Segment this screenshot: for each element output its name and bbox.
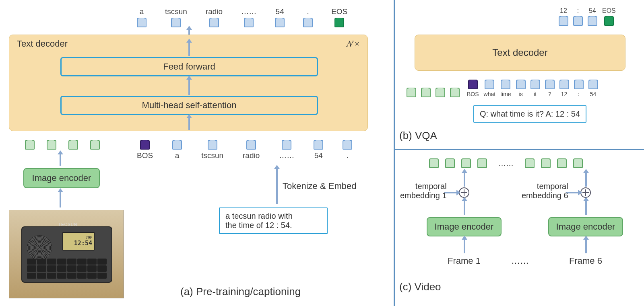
out-tok-label: : (577, 7, 579, 14)
out-tok-label: . (307, 7, 309, 16)
output-tokens-row-b: 12 : 54 EOS (559, 7, 616, 26)
arrow-icon (464, 172, 465, 187)
image-token-icon (407, 88, 416, 97)
radio-image: TECSUN 79F 12:54 (9, 210, 124, 298)
out-tok-label: EOS (602, 7, 616, 14)
horizontal-divider (394, 149, 644, 150)
out-tok-label: …… (241, 7, 256, 16)
bos-token-icon (140, 140, 150, 150)
image-token-icon (557, 158, 567, 168)
input-tokens-row-a: BOS a tscsun radio …… 54 . (137, 140, 352, 160)
token-icon (244, 18, 254, 27)
radio-brand: TECSUN (58, 222, 77, 227)
image-token-icon (573, 158, 583, 168)
frame-ellipsis: …… (511, 256, 529, 266)
tokenize-embed-label: Tokenize & Embed (283, 181, 356, 191)
image-token-icon (525, 158, 535, 168)
token-icon (246, 140, 256, 150)
bos-token-icon (468, 80, 478, 89)
text-decoder-box-b: Text decoder (415, 35, 625, 71)
frame-6-label: Frame 6 (569, 256, 602, 266)
arrow-icon (60, 191, 61, 207)
out-tok-label: tscsun (165, 7, 187, 16)
token-icon (343, 140, 352, 150)
decoder-repeat-label: 𝑁 × (346, 39, 360, 49)
token-icon (516, 80, 526, 89)
eos-token-icon (604, 16, 614, 26)
temporal-embedding-6: temporal embedding 6 (522, 182, 568, 200)
image-encoder-box-a: Image encoder (23, 168, 100, 188)
arrow-icon (585, 200, 587, 215)
temporal-embedding-1: temporal embedding 1 (400, 182, 447, 200)
output-tokens-row-a: a tscsun radio …… 54 . EOS (137, 7, 347, 27)
arrow-icon (188, 42, 190, 56)
input-tokens-row-b: BOS what time is it ? 12 : 54 (407, 80, 598, 97)
out-tok-label: 12 (560, 7, 567, 14)
in-tok-label: . (347, 151, 349, 160)
eos-token-icon (334, 18, 344, 27)
arrow-icon (60, 154, 61, 166)
token-icon (208, 140, 217, 150)
token-icon (545, 80, 555, 89)
image-encoder-box-c1: Image encoder (427, 217, 502, 236)
image-encoder-label-a: Image encoder (32, 173, 91, 183)
in-tok-label: BOS (467, 91, 479, 97)
out-tok-label: a (140, 7, 144, 16)
feed-forward-label: Feed forward (163, 62, 215, 72)
token-icon (559, 80, 569, 89)
arrow-icon (188, 29, 190, 35)
token-icon (282, 140, 291, 150)
panel-b-title: (b) VQA (399, 129, 437, 142)
token-icon (530, 80, 540, 89)
token-icon (588, 80, 598, 89)
in-tok-label: BOS (137, 151, 153, 160)
token-icon (573, 16, 583, 26)
in-tok-label: what (484, 91, 496, 97)
token-icon (172, 140, 182, 150)
radio-time: 12:54 (74, 240, 92, 247)
token-icon (275, 18, 285, 27)
arrow-icon (585, 239, 587, 253)
token-icon (314, 140, 323, 150)
token-icon (559, 16, 568, 26)
frame-1-label: Frame 1 (448, 256, 481, 266)
ellipsis-label: …… (498, 159, 514, 168)
token-icon (574, 80, 584, 89)
arrow-icon (188, 79, 190, 95)
image-token-icon (47, 140, 56, 150)
text-decoder-label-a: Text decoder (17, 39, 68, 49)
self-attention-label: Multi-head self-attention (142, 100, 237, 111)
image-token-icon (90, 140, 100, 150)
image-token-icon (445, 158, 455, 168)
in-tok-label: 12 (561, 91, 568, 97)
arrow-icon (276, 168, 278, 204)
image-token-icon (429, 158, 439, 168)
token-icon (303, 18, 313, 27)
text-decoder-label-b: Text decoder (492, 47, 547, 58)
image-encoder-box-c2: Image encoder (548, 217, 623, 236)
in-tok-label: it (534, 91, 537, 97)
in-tok-label: : (578, 91, 580, 97)
qa-box: Q: what time is it? A: 12 : 54 (473, 105, 586, 123)
image-token-icon (68, 140, 78, 150)
image-token-icon (25, 140, 35, 150)
token-icon (171, 18, 181, 27)
vertical-divider (394, 0, 395, 306)
in-tok-label: radio (243, 151, 260, 160)
in-tok-label: is (519, 91, 523, 97)
out-tok-label: 54 (276, 7, 284, 16)
in-tok-label: 54 (314, 151, 323, 160)
image-token-icon (477, 158, 487, 168)
in-tok-label: ? (548, 91, 551, 97)
in-tok-label: a (175, 151, 180, 160)
token-icon (588, 16, 597, 26)
in-tok-label: tscsun (201, 151, 223, 160)
panel-c-title: (c) Video (399, 281, 441, 293)
self-attention-box: Multi-head self-attention (60, 96, 318, 115)
caption-text-box: a tecsun radio with the time of 12 : 54. (219, 207, 328, 234)
image-token-icon (541, 158, 551, 168)
arrow-icon (464, 239, 465, 253)
image-token-icon (450, 88, 460, 97)
arrow-icon (585, 172, 587, 187)
token-icon (501, 80, 510, 89)
